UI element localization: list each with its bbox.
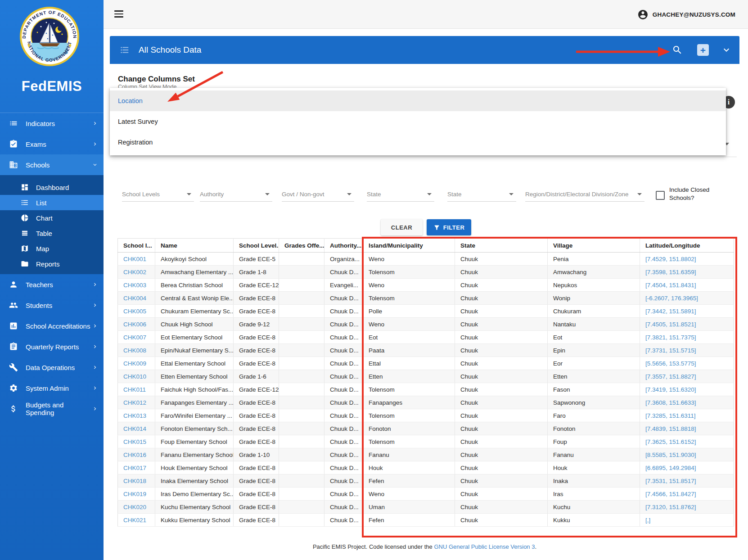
school-id-link[interactable]: CHK014: [123, 425, 146, 432]
filter-authority[interactable]: Authority: [200, 187, 272, 202]
col-header-grades-offered[interactable]: Grades Offe...: [279, 239, 324, 253]
sidebar-item-data-operations[interactable]: Data Operations: [0, 357, 104, 378]
school-id-link[interactable]: CHK020: [123, 504, 146, 510]
latlong-link[interactable]: [7.3821, 151.7375]: [645, 334, 696, 341]
school-id-link[interactable]: CHK015: [123, 438, 146, 445]
school-id-link[interactable]: CHK003: [123, 282, 146, 289]
sidebar-item-list[interactable]: List: [0, 195, 104, 210]
col-header-name[interactable]: Name: [155, 239, 234, 253]
school-id-link[interactable]: CHK005: [123, 308, 146, 315]
app-title: FedEMIS: [0, 78, 104, 95]
school-id-link[interactable]: CHK007: [123, 334, 146, 341]
latlong-link[interactable]: [7.3625, 151.6152]: [645, 438, 696, 445]
sidebar-item-quarterly-reports[interactable]: Quarterly Reports: [0, 336, 104, 357]
latlong-link[interactable]: [7.4505, 151.8521]: [645, 321, 696, 328]
sidebar-item-exams[interactable]: Exams: [0, 134, 104, 154]
latlong-link[interactable]: [-6.2607, 176.3965]: [645, 295, 698, 302]
school-id-link[interactable]: CHK019: [123, 491, 146, 497]
topbar: GHACHEY@NUZUSYS.COM: [104, 0, 748, 29]
filter-region-district-zone[interactable]: Region/District/Electoral Division/Zone: [525, 187, 644, 202]
sidebar-item-chart[interactable]: Chart: [0, 210, 104, 226]
sidebar-item-label: Exams: [26, 140, 46, 148]
sidebar-item-dashboard[interactable]: Dashboard: [0, 180, 104, 195]
search-icon[interactable]: [672, 45, 683, 55]
latlong-link[interactable]: [7.3285, 151.6311]: [645, 412, 696, 419]
license-link[interactable]: GNU General Public License Version 3: [434, 543, 535, 550]
table-row: CHK011Faichuk High School/Fas...Grade EC…: [118, 383, 734, 396]
latlong-link[interactable]: [6.6895, 149.2984]: [645, 465, 696, 471]
school-id-link[interactable]: CHK021: [123, 517, 146, 524]
school-id-link[interactable]: CHK016: [123, 452, 146, 458]
school-id-link[interactable]: CHK008: [123, 347, 146, 354]
sidebar-item-teachers[interactable]: Teachers: [0, 274, 104, 295]
sidebar-item-reports[interactable]: Reports: [0, 256, 104, 271]
page-title: All Schools Data: [139, 45, 201, 55]
latlong-link[interactable]: [8.5585, 151.9030]: [645, 452, 696, 458]
filter-govt-nongovt[interactable]: Govt / Non-govt: [282, 187, 354, 202]
sidebar-item-indicators[interactable]: Indicators: [0, 113, 104, 134]
col-header-village[interactable]: Village: [548, 239, 640, 253]
filter-school-levels[interactable]: School Levels: [122, 187, 194, 202]
latlong-link[interactable]: [7.3120, 151.8762]: [645, 504, 696, 510]
sidebar-item-system-admin[interactable]: System Admin: [0, 378, 104, 398]
table-row: CHK006Chuuk High SchoolGrade 9-12Chuuk D…: [118, 318, 734, 331]
latlong-link[interactable]: [7.3598, 151.6359]: [645, 269, 696, 275]
clear-button[interactable]: CLEAR: [381, 219, 423, 235]
latlong-link[interactable]: [7.3557, 151.8827]: [645, 373, 696, 380]
school-id-link[interactable]: CHK012: [123, 399, 146, 406]
latlong-link[interactable]: [7.4529, 151.8802]: [645, 256, 696, 262]
sidebar-item-school-accreditations[interactable]: School Accreditations: [0, 316, 104, 336]
latlong-link[interactable]: [7.3442, 151.5891]: [645, 308, 696, 315]
latlong-link[interactable]: [7.4839, 151.8818]: [645, 425, 696, 432]
col-header-island-municipality[interactable]: Island/Municipality: [363, 239, 455, 253]
school-id-link[interactable]: CHK009: [123, 360, 146, 367]
latlong-link[interactable]: [7.3531, 151.8517]: [645, 478, 696, 484]
table-cell: Fonoton Elementary Sch...: [161, 425, 233, 432]
latlong-link[interactable]: [7.3608, 151.6633]: [645, 399, 696, 406]
filter-state-1[interactable]: State: [367, 187, 434, 202]
col-header-state[interactable]: State: [455, 239, 548, 253]
table-cell: Chuuk: [460, 386, 478, 393]
menu-item-location[interactable]: Location: [110, 90, 726, 111]
sidebar-item-map[interactable]: Map: [0, 241, 104, 256]
col-header-latitude-longitude[interactable]: Latitude/Longitude: [640, 239, 734, 253]
table-cell: Grade ECE-8: [239, 399, 275, 406]
latlong-link[interactable]: [7.4566, 151.8427]: [645, 491, 696, 497]
school-id-link[interactable]: CHK006: [123, 321, 146, 328]
chevron-right-icon: [92, 281, 98, 288]
include-closed-schools-checkbox[interactable]: [656, 191, 665, 200]
table-cell: Grade ECE-8: [239, 334, 275, 341]
latlong-link[interactable]: [7.3419, 151.6320]: [645, 386, 696, 393]
filter-state-2[interactable]: State: [447, 187, 516, 202]
sidebar-item-students[interactable]: Students: [0, 295, 104, 316]
menu-item-latest-survey[interactable]: Latest Survey: [110, 111, 726, 132]
add-icon[interactable]: +: [697, 44, 709, 56]
menu-item-registration[interactable]: Registration: [110, 132, 726, 153]
table-cell: Chuuk: [460, 321, 478, 328]
school-id-link[interactable]: CHK010: [123, 373, 146, 380]
school-id-link[interactable]: CHK004: [123, 295, 146, 302]
latlong-link[interactable]: [,]: [645, 517, 650, 524]
filter-button[interactable]: FILTER: [427, 219, 471, 235]
table-row: CHK005Chukuram Elementary Sc...Grade ECE…: [118, 305, 734, 318]
latlong-link[interactable]: [5.5656, 153.5775]: [645, 360, 696, 367]
hamburger-menu-icon[interactable]: [114, 10, 123, 18]
sidebar-item-budgets-and-spending[interactable]: Budgets and Spending: [0, 398, 104, 419]
school-id-link[interactable]: CHK011: [123, 386, 146, 393]
school-id-link[interactable]: CHK013: [123, 412, 146, 419]
school-id-link[interactable]: CHK018: [123, 478, 146, 484]
collapse-chevron-icon[interactable]: [721, 45, 732, 55]
school-id-link[interactable]: CHK002: [123, 269, 146, 275]
sidebar-item-table[interactable]: Table: [0, 226, 104, 241]
table-cell: Houk: [369, 465, 383, 471]
latlong-link[interactable]: [7.4504, 151.8431]: [645, 282, 696, 289]
school-id-link[interactable]: CHK017: [123, 465, 146, 471]
col-header-school-id[interactable]: School I...: [118, 239, 155, 253]
school-id-link[interactable]: CHK001: [123, 256, 146, 262]
sidebar-item-schools[interactable]: Schools: [0, 154, 104, 175]
col-header-school-levels[interactable]: School Level...: [234, 239, 279, 253]
latlong-link[interactable]: [7.3731, 151.5715]: [645, 347, 696, 354]
user-account-menu[interactable]: GHACHEY@NUZUSYS.COM: [637, 0, 735, 29]
col-header-authority[interactable]: Authority...: [324, 239, 363, 253]
filter-label: Region/District/Electoral Division/Zone: [525, 191, 629, 198]
